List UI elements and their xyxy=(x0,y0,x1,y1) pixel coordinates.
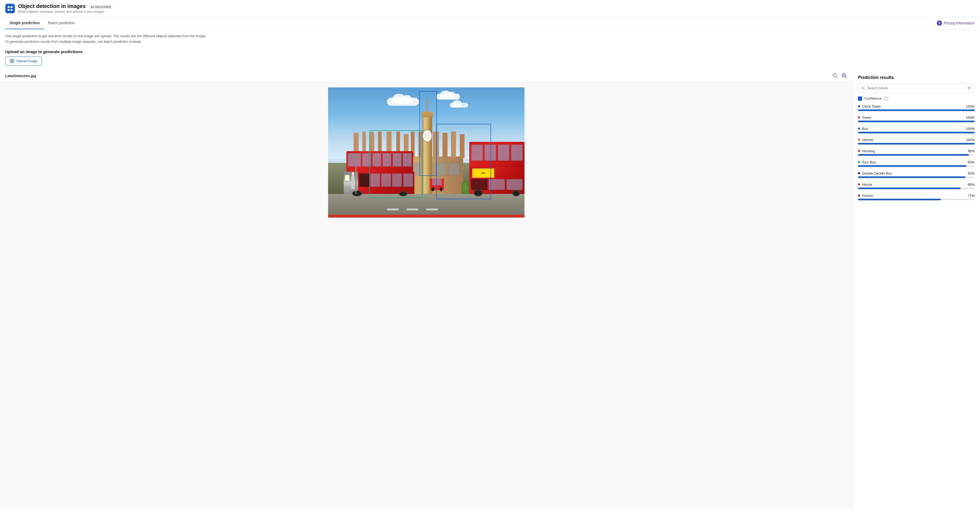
info-icon[interactable]: i xyxy=(884,96,888,101)
dot-house xyxy=(858,183,860,185)
label-housing: Housing xyxy=(862,149,875,153)
bar-fill-person xyxy=(858,199,941,200)
bar-bg-housing xyxy=(858,154,975,156)
prediction-item-house: House 88% xyxy=(858,182,975,190)
description-line1: Use single prediction to get real-time r… xyxy=(5,34,975,39)
image-filename: LabelDetection.jpg xyxy=(5,74,36,78)
cloud1 xyxy=(387,98,419,106)
svg-line-15 xyxy=(864,89,865,90)
bar-fill-double-decker-bus xyxy=(858,176,966,178)
confidence-label: Confidence xyxy=(864,96,882,101)
search-icon xyxy=(861,86,865,90)
prediction-item-housing: Housing 95% xyxy=(858,149,975,157)
dot-tour-bus xyxy=(858,161,860,163)
logo-icon xyxy=(7,6,13,11)
svg-rect-1 xyxy=(11,6,13,8)
svg-rect-2 xyxy=(8,9,10,11)
bar-bg-clock-tower xyxy=(858,109,975,111)
zoom-in-icon xyxy=(841,73,847,78)
upload-section: Upload an image to generate predictions.… xyxy=(0,47,980,70)
zoom-in-button[interactable] xyxy=(841,73,847,79)
pct-vehicle: 100% xyxy=(966,138,975,142)
tab-single-prediction[interactable]: Single prediction xyxy=(5,17,44,29)
dot-bus xyxy=(858,128,860,130)
cloud3 xyxy=(450,103,468,108)
svg-rect-0 xyxy=(8,6,10,8)
bar-bg-tour-bus xyxy=(858,165,975,167)
app-subtitle: Detect objects, concepts, scenes, and ac… xyxy=(18,10,113,14)
image-container[interactable]: 🕐 xyxy=(0,82,852,509)
search-labels-input[interactable] xyxy=(867,86,965,90)
search-labels-container xyxy=(858,84,975,93)
header-title-block: Object detection in images AI SOLUTION D… xyxy=(18,3,113,14)
bar-bg-tower xyxy=(858,121,975,122)
label-vehicle: Vehicle xyxy=(862,138,873,142)
description-area: Use single prediction to get real-time r… xyxy=(0,29,980,47)
prediction-item-vehicle: Vehicle 100% xyxy=(858,138,975,146)
bar-fill-bus xyxy=(858,132,975,133)
dot-housing xyxy=(858,150,860,152)
person-figure xyxy=(352,176,354,189)
cloud2 xyxy=(436,94,460,100)
bar-bg-vehicle xyxy=(858,143,975,145)
zoom-out-icon xyxy=(832,73,838,78)
upload-button[interactable]: Upload image xyxy=(5,57,42,65)
dot-clock-tower xyxy=(858,105,860,107)
scene-image: 🕐 xyxy=(328,88,525,218)
road xyxy=(328,194,525,217)
upload-heading: Upload an image to generate predictions. xyxy=(5,49,975,54)
pct-tour-bus: 93% xyxy=(968,160,975,164)
label-person: Person xyxy=(862,194,873,198)
pricing-label: Pricing Information xyxy=(943,21,975,25)
label-double-decker-bus: Double Decker Bus xyxy=(862,171,892,176)
pricing-link[interactable]: $ Pricing Information xyxy=(937,21,975,26)
confidence-color-box xyxy=(858,96,862,101)
dot-tower xyxy=(858,116,860,118)
prediction-item-tour-bus: Tour Bus 93% xyxy=(858,160,975,168)
description-line2: To generate prediction results from mult… xyxy=(5,39,975,45)
main-content: LabelDetection.jpg xyxy=(0,70,980,509)
tab-batch-prediction[interactable]: Batch prediction xyxy=(44,17,79,29)
bar-bg-bus xyxy=(858,132,975,133)
ai-badge: AI SOLUTION xyxy=(89,5,112,9)
predictions-list: Clock Tower 100% Tower 100% Bus 100% xyxy=(858,104,975,204)
bar-fill-tour-bus xyxy=(858,165,966,167)
svg-line-13 xyxy=(845,77,846,78)
pct-person: 71% xyxy=(968,194,975,198)
upload-icon xyxy=(10,59,14,63)
svg-rect-3 xyxy=(11,9,13,11)
label-tower: Tower xyxy=(862,116,872,120)
svg-point-14 xyxy=(862,86,864,89)
pct-clock-tower: 100% xyxy=(966,104,975,109)
bar-fill-housing xyxy=(858,154,969,156)
bar-fill-house xyxy=(858,188,961,189)
bar-fill-vehicle xyxy=(858,143,975,145)
pct-double-decker-bus: 92% xyxy=(968,171,975,176)
bar-fill-tower xyxy=(858,121,975,122)
image-wrapper: 🕐 xyxy=(328,88,525,218)
bar-bg-person xyxy=(858,199,975,200)
prediction-item-bus: Bus 100% xyxy=(858,127,975,135)
pct-housing: 95% xyxy=(968,149,975,153)
label-bus: Bus xyxy=(862,127,868,131)
dot-person xyxy=(858,195,860,196)
tree2 xyxy=(461,181,469,194)
filter-icon[interactable] xyxy=(967,86,971,90)
confidence-legend: Confidence i xyxy=(858,96,975,101)
svg-line-9 xyxy=(837,77,837,78)
pct-bus: 100% xyxy=(966,127,975,131)
lamppost xyxy=(355,155,356,194)
dot-vehicle xyxy=(858,139,860,141)
prediction-item-double-decker-bus: Double Decker Bus 92% xyxy=(858,171,975,179)
prediction-item-person: Person 71% xyxy=(858,194,975,200)
label-house: House xyxy=(862,182,872,187)
results-title: Prediction results xyxy=(858,75,975,80)
pct-house: 88% xyxy=(968,182,975,187)
label-tour-bus: Tour Bus xyxy=(862,160,876,164)
dollar-icon: $ xyxy=(937,21,942,26)
label-clock-tower: Clock Tower xyxy=(862,104,881,109)
dot-double-decker-bus xyxy=(858,172,860,174)
app-title: Object detection in images xyxy=(18,3,86,9)
zoom-out-button[interactable] xyxy=(832,73,838,79)
bar-bg-house xyxy=(858,188,975,189)
